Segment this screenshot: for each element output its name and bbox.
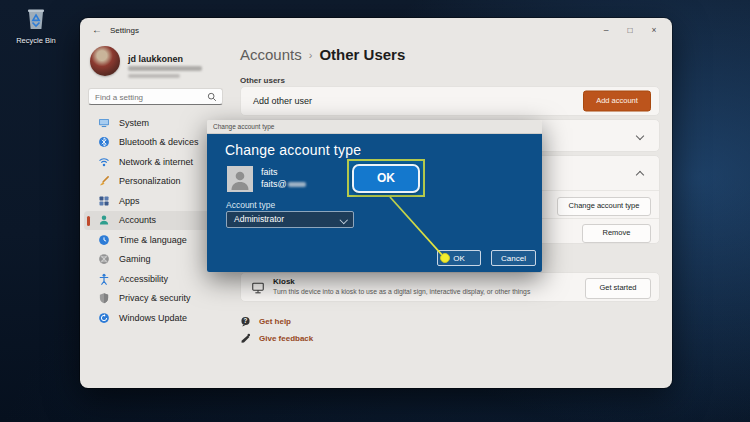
sidebar-item-windows-update[interactable]: Windows Update <box>84 308 234 328</box>
search-box[interactable] <box>88 88 223 105</box>
remove-account-button[interactable]: Remove <box>582 224 651 243</box>
add-user-label: Add other user <box>253 96 312 106</box>
blurred-email <box>128 66 202 71</box>
give-feedback-label: Give feedback <box>259 334 313 343</box>
add-user-row: Add other user Add account <box>240 86 660 116</box>
dialog-user-email: faits@ <box>261 179 306 189</box>
help-icon: ? <box>240 316 251 327</box>
blurred-email-suffix <box>288 182 306 187</box>
accessibility-icon <box>98 273 110 285</box>
desktop: Recycle Bin ← Settings – □ × jd laukkone… <box>0 0 750 422</box>
account-user-name: jd laukkonen <box>128 54 183 64</box>
svg-text:?: ? <box>244 317 248 324</box>
dropdown-selected-value: Administrator <box>234 212 284 227</box>
apps-grid-icon <box>98 195 110 207</box>
minimize-button[interactable]: – <box>594 22 618 39</box>
sidebar-item-label: Personalization <box>119 176 181 186</box>
kiosk-description: Turn this device into a kiosk to use as … <box>273 288 530 295</box>
kiosk-title: Kiosk <box>273 277 295 286</box>
person-placeholder-icon <box>227 166 253 192</box>
dialog-user-name: faits <box>261 167 278 177</box>
close-button[interactable]: × <box>642 22 666 39</box>
add-account-button[interactable]: Add account <box>583 91 651 112</box>
window-title: Settings <box>110 26 139 35</box>
sidebar-item-label: Apps <box>119 196 140 206</box>
breadcrumb-separator-icon: › <box>309 49 313 61</box>
account-type-dropdown[interactable]: Administrator <box>226 211 354 228</box>
chevron-down-icon[interactable] <box>636 132 644 140</box>
get-started-button[interactable]: Get started <box>585 278 651 299</box>
sidebar-item-label: Time & language <box>119 235 187 245</box>
breadcrumb-parent[interactable]: Accounts <box>240 46 302 63</box>
shield-icon <box>98 292 110 304</box>
avatar[interactable] <box>90 46 120 76</box>
sidebar-item-privacy[interactable]: Privacy & security <box>84 289 234 309</box>
sidebar-item-label: Privacy & security <box>119 293 191 303</box>
recycle-bin-label: Recycle Bin <box>10 36 62 45</box>
kiosk-monitor-icon <box>251 281 265 295</box>
page-title: Other Users <box>319 46 405 63</box>
dialog-titlebar-text: Change account type <box>213 120 274 134</box>
dialog-user-email-prefix: faits@ <box>261 179 287 189</box>
ok-button-callout: OK <box>347 159 425 197</box>
chevron-down-icon <box>339 215 347 223</box>
dialog-user-avatar <box>227 166 253 192</box>
brush-icon <box>98 175 110 187</box>
dialog-titlebar: Change account type <box>207 120 542 134</box>
xbox-icon <box>98 253 110 265</box>
sidebar-item-label: Windows Update <box>119 313 187 323</box>
monitor-icon <box>98 117 110 129</box>
breadcrumb: Accounts›Other Users <box>240 46 405 63</box>
search-icon <box>207 92 217 102</box>
dialog-cancel-button[interactable]: Cancel <box>491 250 536 266</box>
dialog-heading: Change account type <box>225 142 361 158</box>
sidebar-item-label: Accounts <box>119 215 156 225</box>
blurred-account-type <box>128 74 180 78</box>
sidebar-item-label: System <box>119 118 149 128</box>
give-feedback-link[interactable]: Give feedback <box>240 333 313 344</box>
feedback-icon <box>240 333 251 344</box>
account-type-label: Account type <box>226 200 275 210</box>
bluetooth-icon <box>98 136 110 148</box>
sidebar-item-label: Network & internet <box>119 157 193 167</box>
section-label: Other users <box>240 76 285 85</box>
clock-icon <box>98 234 110 246</box>
sidebar-item-label: Gaming <box>119 254 151 264</box>
change-account-type-button[interactable]: Change account type <box>557 197 651 216</box>
get-help-link[interactable]: ? Get help <box>240 316 291 327</box>
dialog-body: Change account type faits faits@ Account… <box>207 134 542 272</box>
sidebar-item-label: Accessibility <box>119 274 168 284</box>
recycle-bin-shortcut[interactable]: Recycle Bin <box>10 5 62 45</box>
kiosk-row: Kiosk Turn this device into a kiosk to u… <box>240 272 660 302</box>
search-input[interactable] <box>93 89 207 106</box>
selected-accent-bar <box>87 216 90 226</box>
back-arrow-icon[interactable]: ← <box>92 24 102 35</box>
window-titlebar: ← Settings – □ × <box>80 18 672 44</box>
person-icon <box>98 214 110 226</box>
callout-ok-button[interactable]: OK <box>352 164 420 193</box>
dialog-ok-button[interactable]: OK <box>437 250 481 266</box>
maximize-button[interactable]: □ <box>618 22 642 39</box>
sidebar-item-label: Bluetooth & devices <box>119 137 199 147</box>
recycle-bin-icon <box>23 17 49 34</box>
get-help-label: Get help <box>259 317 291 326</box>
wifi-icon <box>98 156 110 168</box>
update-icon <box>98 312 110 324</box>
chevron-up-icon[interactable] <box>636 171 644 179</box>
